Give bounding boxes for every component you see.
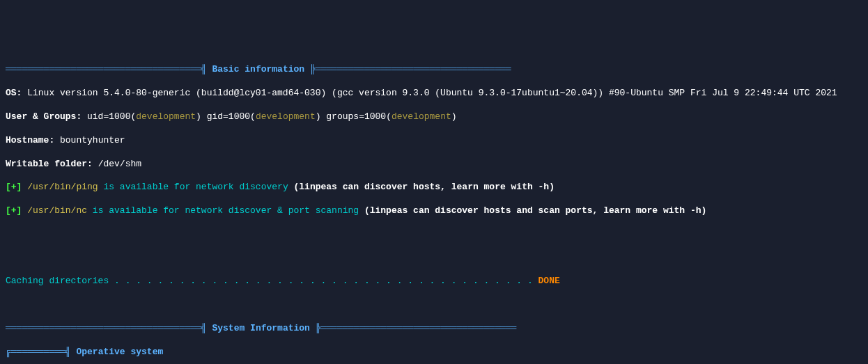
plus-bracket: [+] [6, 182, 22, 192]
blank-line [6, 253, 862, 264]
nc-line: [+] /usr/bin/nc is available for network… [6, 205, 862, 217]
os-subsection-line: ╔══════════╣ Operative system [6, 347, 862, 358]
os-label: OS: [6, 88, 22, 98]
header-marker-right: ╠════════════════════════════════════ [316, 323, 517, 333]
hostname-label: Hostname: [6, 135, 54, 145]
basic-info-title: Basic information [212, 64, 304, 74]
basic-info-header: ════════════════════════════════════╣ Ba… [6, 64, 862, 76]
writable-label: Writable folder: [6, 159, 93, 169]
user-groups-line: User & Groups: uid=1000(development) gid… [6, 111, 862, 123]
header-marker-left: ════════════════════════════════════╣ [6, 64, 207, 74]
os-line: OS: Linux version 5.4.0-80-generic (buil… [6, 88, 862, 100]
caching-done: DONE [538, 276, 560, 286]
system-info-title: System Information [212, 323, 309, 333]
plus-bracket: [+] [6, 205, 22, 216]
os-value: Linux version 5.4.0-80-generic (buildd@l… [22, 88, 837, 98]
hostname-line: Hostname: bountyhunter [6, 135, 862, 147]
header-marker-left: ════════════════════════════════════╣ [6, 323, 207, 333]
hostname-value: bountyhunter [54, 135, 125, 145]
ping-note: (linpeas can discover hosts, learn more … [288, 182, 555, 192]
writable-value: /dev/shm [93, 159, 141, 169]
caching-label: Caching directories [6, 276, 114, 286]
user-groups-label: User & Groups: [6, 111, 82, 122]
blank-line [6, 229, 862, 241]
ping-path: /usr/bin/ping [22, 182, 103, 192]
nc-text: is available for network discover & port… [93, 205, 359, 216]
ping-text: is available for network discovery [103, 182, 288, 192]
caching-dots: . . . . . . . . . . . . . . . . . . . . … [114, 276, 538, 286]
ping-line: [+] /usr/bin/ping is available for netwo… [6, 182, 862, 193]
os-subsection-title: Operative system [76, 347, 163, 357]
nc-path: /usr/bin/nc [22, 205, 92, 216]
nc-note: (linpeas can discover hosts and scan por… [359, 205, 706, 216]
header-marker-right: ╠════════════════════════════════════ [310, 64, 511, 74]
caching-line: Caching directories . . . . . . . . . . … [6, 276, 862, 287]
system-info-header: ════════════════════════════════════╣ Sy… [6, 323, 862, 335]
blank-line [6, 299, 862, 311]
writable-line: Writable folder: /dev/shm [6, 159, 862, 171]
sub-marker: ╔══════════╣ [6, 347, 71, 357]
terminal-output: ════════════════════════════════════╣ Ba… [6, 53, 862, 364]
